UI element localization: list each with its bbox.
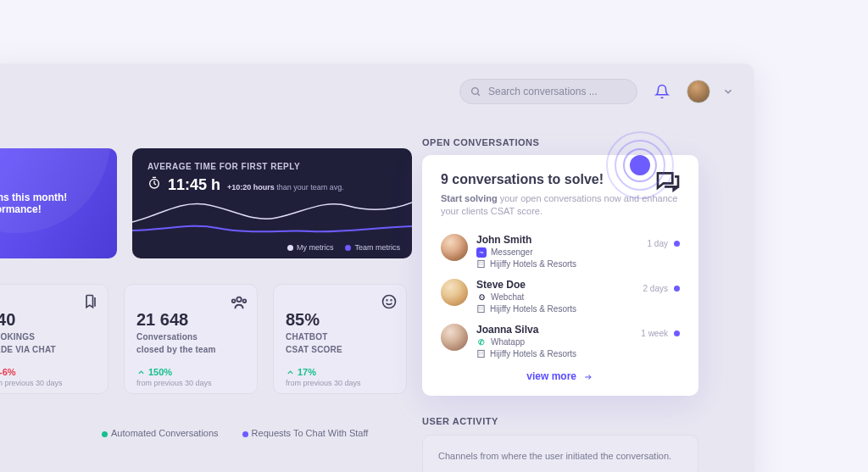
svg-point-9 <box>383 296 396 308</box>
app-window: Search conversations ... ions this month… <box>0 64 754 472</box>
metric-csat[interactable]: 85% CHATBOT CSAT SCORE 17% from previous… <box>273 284 407 394</box>
svg-point-11 <box>391 300 392 301</box>
metric-label-2: MADE VIA CHAT <box>0 344 96 355</box>
search-icon <box>470 86 481 97</box>
performance-line1: ions this month! <box>0 192 103 203</box>
svg-point-10 <box>387 300 387 301</box>
notifications-button[interactable] <box>649 79 675 104</box>
section-title-open: OPEN CONVERSATIONS <box>422 137 539 147</box>
bell-icon <box>654 84 670 99</box>
hotel-icon <box>476 304 486 314</box>
stopwatch-icon <box>147 176 161 190</box>
svg-point-8 <box>243 299 247 303</box>
metric-label-2: CSAT SCORE <box>286 344 394 355</box>
avg-reply-delta: +10:20 hours than your team avg. <box>227 183 344 192</box>
top-cards-row: ions this month! rformance! AVERAGE TIME… <box>0 148 412 258</box>
conversation-age: 2 days <box>643 284 680 293</box>
avatar <box>441 279 468 306</box>
open-conversations-card: 9 conversations to solve! Start solving … <box>422 155 698 396</box>
search-input[interactable]: Search conversations ... <box>459 79 637 104</box>
metric-label-1: Conversations <box>136 331 245 342</box>
metric-sub: from previous 30 days <box>136 379 245 387</box>
metric-bookings[interactable]: 240 BOOKINGS MADE VIA CHAT -6% from prev… <box>0 284 108 394</box>
metric-value: 21 648 <box>136 310 245 330</box>
view-more-link[interactable]: view more <box>441 370 680 382</box>
search-placeholder: Search conversations ... <box>488 86 598 97</box>
unread-dot-icon <box>674 330 680 336</box>
open-headline: 9 conversations to solve! <box>441 172 680 187</box>
chart-legend: Automated Conversations Requests To Chat… <box>102 428 368 438</box>
contact-name: Steve Doe <box>476 279 576 291</box>
avg-reply-title: AVERAGE TIME FOR FIRST REPLY <box>147 162 397 171</box>
svg-line-1 <box>477 93 480 96</box>
chat-icon <box>654 169 682 196</box>
svg-line-4 <box>154 184 156 185</box>
channel-row: ~ Messenger <box>476 247 576 258</box>
channel-row: ʘ Webchat <box>476 292 576 303</box>
svg-rect-22 <box>478 350 484 357</box>
arrow-up-icon <box>286 368 295 377</box>
svg-point-0 <box>472 87 479 94</box>
metric-value: 85% <box>286 310 394 330</box>
team-icon <box>230 293 248 312</box>
smile-icon <box>381 293 398 310</box>
conversation-age: 1 day <box>648 239 680 248</box>
metric-label-1: CHATBOT <box>286 331 394 342</box>
metric-change: 17% <box>286 367 394 377</box>
conversation-item[interactable]: John Smith ~ Messenger Hijiffy Hotels & … <box>441 234 680 269</box>
avg-reply-value: 11:45 h <box>168 176 220 194</box>
channel-row: ✆ Whatapp <box>476 337 576 347</box>
contact-name: John Smith <box>476 234 576 246</box>
metrics-row: 240 BOOKINGS MADE VIA CHAT -6% from prev… <box>0 284 407 394</box>
section-title-user-activity: USER ACTIVITY <box>422 416 498 426</box>
hotel-icon <box>476 349 486 358</box>
unread-dot-icon <box>674 286 680 292</box>
chevron-down-icon[interactable] <box>722 86 734 97</box>
metric-label-2: closed by the team <box>136 344 245 355</box>
legend-team-metrics: Team metrics <box>345 243 400 252</box>
conversation-item[interactable]: Steve Doe ʘ Webchat Hijiffy Hotels & Res… <box>441 279 680 314</box>
svg-rect-17 <box>478 305 484 312</box>
performance-card[interactable]: ions this month! rformance! <box>0 148 117 258</box>
legend-automated: Automated Conversations <box>102 428 219 438</box>
contact-name: Joanna Silva <box>476 324 576 336</box>
user-activity-card: Channels from where the user initiated t… <box>422 435 698 472</box>
arrow-right-icon <box>582 373 594 381</box>
conversation-age: 1 week <box>641 329 680 338</box>
messenger-icon: ~ <box>476 247 487 258</box>
conversation-item[interactable]: Joanna Silva ✆ Whatapp Hijiffy Hotels & … <box>441 324 680 358</box>
user-avatar[interactable] <box>687 80 710 103</box>
metric-value: 240 <box>0 310 96 330</box>
whatapp-icon: ✆ <box>476 337 487 347</box>
user-activity-text: Channels from where the user initiated t… <box>438 451 671 461</box>
open-subtext: Start solving your open conversations no… <box>441 192 680 219</box>
svg-point-6 <box>236 297 242 303</box>
avg-reply-row: 11:45 h +10:20 hours than your team avg. <box>147 176 397 194</box>
legend-my-metrics: My metrics <box>287 243 334 252</box>
arrow-up-icon <box>136 368 146 377</box>
avatar <box>441 234 468 261</box>
hotel-row: Hijiffy Hotels & Resorts <box>476 259 576 269</box>
metric-label-1: BOOKINGS <box>0 331 96 342</box>
performance-line2: rformance! <box>0 203 103 215</box>
metric-conversations-closed[interactable]: 21 648 Conversations closed by the team … <box>124 284 258 394</box>
svg-point-7 <box>232 299 236 303</box>
svg-rect-12 <box>478 260 484 267</box>
legend-requests: Requests To Chat With Staff <box>242 428 369 438</box>
conversation-list: John Smith ~ Messenger Hijiffy Hotels & … <box>441 234 680 358</box>
metric-change: 150% <box>136 367 245 377</box>
unread-dot-icon <box>674 241 680 247</box>
bookmark-icon <box>82 293 99 310</box>
metric-sub: from previous 30 days <box>0 379 96 387</box>
hotel-icon <box>476 259 486 269</box>
avg-reply-time-card[interactable]: AVERAGE TIME FOR FIRST REPLY 11:45 h +10… <box>132 148 412 258</box>
hotel-row: Hijiffy Hotels & Resorts <box>476 304 576 314</box>
webchat-icon: ʘ <box>476 292 487 303</box>
sparkline-chart <box>132 192 412 239</box>
metric-sub: from previous 30 days <box>286 379 394 387</box>
metric-change: -6% <box>0 367 96 377</box>
navy-legend: My metrics Team metrics <box>287 243 400 252</box>
topbar: Search conversations ... <box>459 79 734 104</box>
hotel-row: Hijiffy Hotels & Resorts <box>476 349 576 358</box>
avatar <box>441 324 468 351</box>
